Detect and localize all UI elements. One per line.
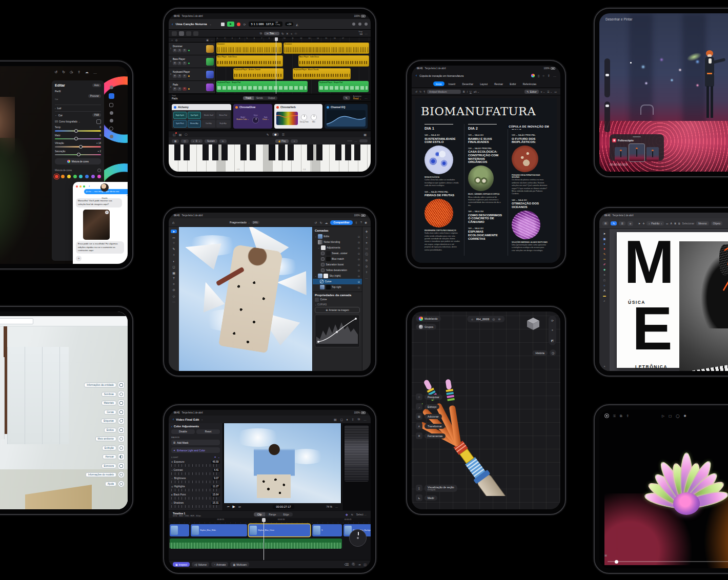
red-dot[interactable] [55, 175, 58, 178]
eye-icon[interactable]: ◯ [676, 414, 679, 418]
collaborate-icon[interactable]: ▯ [538, 74, 539, 77]
lasso-tool[interactable]: ○ [173, 241, 175, 244]
delete-icon[interactable]: ⌫ [345, 563, 349, 566]
comment-icon[interactable]: ▭ [554, 90, 557, 93]
tags-icon[interactable] [118, 418, 125, 424]
tab-inserir[interactable]: Inserir [446, 81, 458, 86]
document-name[interactable]: Fragmentado [230, 221, 247, 224]
eye-icon[interactable]: ⊙ [358, 241, 360, 244]
canvas[interactable] [179, 227, 312, 371]
clone-tool[interactable]: ◐ [173, 260, 175, 263]
environment-button[interactable]: Meio ambiente [95, 436, 125, 442]
same-button[interactable]: Mesmo [696, 221, 709, 225]
color-mix-button[interactable]: Mistura de cores [55, 158, 101, 164]
slider-ruler[interactable] [171, 481, 220, 483]
cursor-tool-icon[interactable]: ➤ [638, 222, 640, 225]
animate-button[interactable]: ◔Animate [211, 562, 228, 567]
underline-button[interactable]: U [470, 90, 472, 93]
document-page[interactable]: BIOMANUFATURA CÚPULA DE INOVAÇÃO EM DIA … [415, 98, 557, 263]
plugin-alchemy[interactable]: Alchemy Bright Synth Opal Synth Metallic… [172, 104, 231, 129]
mute-button[interactable]: M [173, 74, 177, 78]
tools-tool[interactable]: ✕Ferramentas [416, 432, 446, 439]
timeline-clip[interactable] [170, 524, 189, 536]
slider-matiz[interactable]: Matiz0 [55, 134, 101, 140]
eye-icon[interactable]: ⊙ [358, 263, 360, 266]
align-icon[interactable]: ≣ [674, 222, 676, 225]
pen-tool[interactable]: ✑ [603, 258, 606, 261]
mute-button[interactable]: M [173, 49, 177, 52]
tab-track[interactable]: Track [243, 96, 254, 100]
record-enable-button[interactable]: R [183, 74, 187, 78]
crop-tool[interactable]: ⌗ [173, 282, 174, 286]
more-icon[interactable]: … [93, 71, 97, 74]
record-enable-button[interactable]: R [183, 61, 187, 65]
slider-contrast[interactable]: ◑Contrast4.41 [171, 469, 220, 472]
plugin-channel-eq[interactable]: Channel EQ [325, 104, 368, 129]
eye-icon[interactable]: ⊙ [358, 258, 360, 261]
eye-icon[interactable]: ⊙ [358, 280, 360, 283]
reset-button[interactable]: Reset [196, 429, 220, 434]
redo-icon[interactable]: ↻ [419, 90, 421, 93]
more-icon[interactable]: … [553, 74, 556, 77]
layers-list-icon[interactable]: ☰ [619, 221, 625, 225]
groups-button[interactable]: Grupos [416, 324, 436, 330]
smart-controls-icon[interactable]: ✱ [272, 133, 279, 136]
solo-button[interactable]: S [177, 61, 181, 65]
tab-sends[interactable]: Sends [254, 96, 266, 100]
display-button[interactable]: Exibição [102, 445, 125, 451]
bw-button[interactable]: P&B [92, 113, 101, 117]
viewer-image[interactable] [224, 423, 341, 503]
section-view-button[interactable]: ▯ Visualização de seçãoDesligada [416, 485, 457, 492]
solo-button[interactable]: S [177, 74, 181, 78]
minimize-window-icon[interactable] [79, 185, 82, 188]
presets-icon[interactable] [110, 86, 113, 89]
tab-exibir[interactable]: Exibir [507, 81, 519, 86]
wand-icon[interactable]: ✦ [214, 455, 216, 459]
track-row-pads[interactable]: 4 PadsMSR [169, 81, 215, 94]
measurement-input[interactable] [0, 318, 33, 324]
marquee-tool[interactable]: ▭ [172, 236, 175, 239]
zoom-level[interactable]: 74 % [327, 505, 332, 508]
slider-saturacao[interactable]: Saturação+ 2 [55, 150, 101, 156]
move-tool[interactable]: ➤ [603, 232, 606, 235]
styles-button[interactable]: Estilos [104, 427, 125, 433]
model-info-icon[interactable] [118, 471, 125, 478]
timeline-clip-selected[interactable]: Skyline_Blue_Close [249, 524, 310, 536]
settings-icon[interactable] [97, 169, 101, 172]
orbit-icon[interactable]: ⟳ [551, 319, 554, 322]
plugin-chromaverb[interactable]: ChromaVerb Decay Time Wet [274, 104, 322, 129]
region[interactable]: Bass Player - Indie Disco [298, 55, 369, 67]
scenes-button[interactable]: Cenas [104, 409, 125, 416]
back-icon[interactable]: ‹ [171, 425, 172, 428]
masking-icon[interactable] [110, 119, 113, 122]
slider-brightness[interactable]: ☼Brightness9.07 [171, 477, 220, 480]
crop-icon[interactable] [109, 103, 113, 107]
cycle-mode-icon[interactable] [352, 23, 355, 26]
project-title[interactable]: Video Final Edit [176, 418, 199, 421]
share-icon[interactable]: ⇧ [77, 70, 80, 74]
add-attachment-button[interactable]: + [76, 256, 82, 261]
gradient-tool[interactable]: ▬ [603, 294, 606, 297]
eyedropper-tool[interactable]: ⊙ [172, 288, 175, 292]
shadows-button[interactable]: Sombras [102, 391, 125, 398]
back-icon[interactable]: ‹ [416, 74, 417, 77]
snap-icon[interactable]: ⚏ [666, 222, 668, 225]
layer-row[interactable]: Yellow desaturation⊙ [313, 267, 362, 273]
layer-row[interactable]: ⌄Adjustments⊙ [313, 245, 362, 251]
play-surface-button[interactable]: ☝ Play [275, 139, 289, 143]
scenes-icon[interactable] [118, 409, 125, 416]
color-themes-icon[interactable] [531, 74, 535, 77]
track-row-keyboard[interactable]: 3 Keyboard PlayerMSR [169, 68, 215, 81]
tab-inicio[interactable]: Início [433, 81, 444, 86]
filters-icon[interactable]: ✦ [366, 241, 368, 244]
eye-icon[interactable]: ⊙ [358, 286, 360, 289]
plant-render[interactable] [610, 425, 728, 560]
disable-button[interactable]: Disable [171, 429, 195, 434]
playback-scrubber[interactable] [608, 561, 728, 562]
tab-revisar[interactable]: Revisar [492, 81, 505, 86]
browser-icon[interactable]: ▤ [179, 133, 182, 136]
font-field[interactable]: Antipol Medium [427, 90, 461, 94]
blue-dot[interactable] [85, 175, 89, 178]
loop-browser-icon[interactable]: ◱ [173, 133, 176, 136]
node-tool-icon[interactable]: ✛ [642, 222, 644, 225]
